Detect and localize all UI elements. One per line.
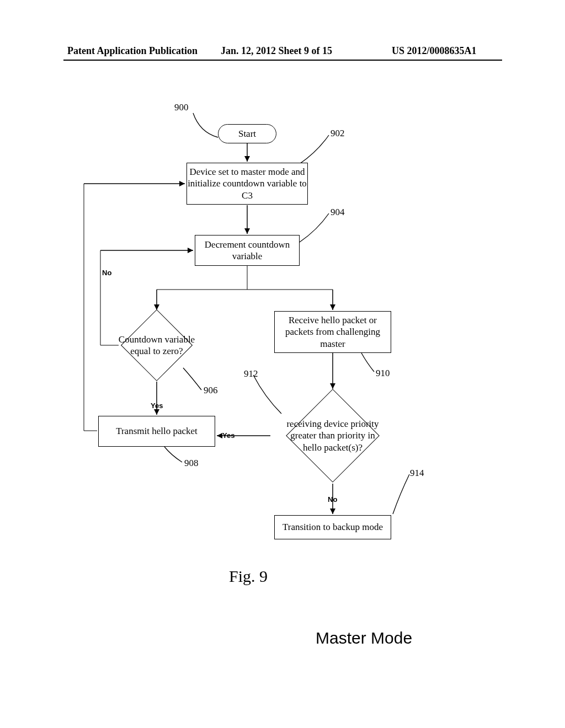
- diamond-912-text: receiving device priority greater than p…: [281, 407, 384, 464]
- box-902-text: Device set to master mode and initialize…: [187, 166, 307, 201]
- ref-906: 906: [204, 385, 218, 396]
- edge-yes-2: Yes: [222, 431, 234, 440]
- box-910: Receive hello packet or packets from cha…: [274, 311, 391, 353]
- start-terminal: Start: [218, 124, 276, 143]
- ref-900: 900: [174, 102, 189, 113]
- edge-no-1: No: [102, 269, 111, 277]
- figure-caption: Fig. 9: [229, 567, 268, 586]
- edge-no-2: No: [328, 495, 337, 504]
- box-902: Device set to master mode and initialize…: [186, 163, 308, 205]
- box-908: Transmit hello packet: [98, 416, 215, 447]
- box-910-text: Receive hello packet or packets from cha…: [275, 314, 391, 350]
- ref-912: 912: [244, 368, 258, 379]
- box-904: Decrement countdown variable: [195, 235, 300, 266]
- ref-908: 908: [184, 458, 199, 469]
- edge-yes-1: Yes: [151, 402, 163, 410]
- diamond-906-text: Countdown variable equal to zero?: [118, 326, 196, 365]
- ref-904: 904: [331, 207, 345, 218]
- box-908-text: Transmit hello packet: [116, 425, 198, 437]
- box-914: Transition to backup mode: [274, 515, 391, 539]
- ref-910: 910: [376, 368, 390, 379]
- flowchart: Start Device set to master mode and init…: [0, 0, 565, 728]
- ref-902: 902: [331, 128, 345, 139]
- box-914-text: Transition to backup mode: [282, 521, 383, 533]
- connectors: [0, 0, 565, 728]
- box-904-text: Decrement countdown variable: [195, 239, 299, 263]
- mode-subtitle: Master Mode: [316, 629, 412, 647]
- start-label: Start: [238, 128, 256, 140]
- ref-914: 914: [410, 468, 424, 479]
